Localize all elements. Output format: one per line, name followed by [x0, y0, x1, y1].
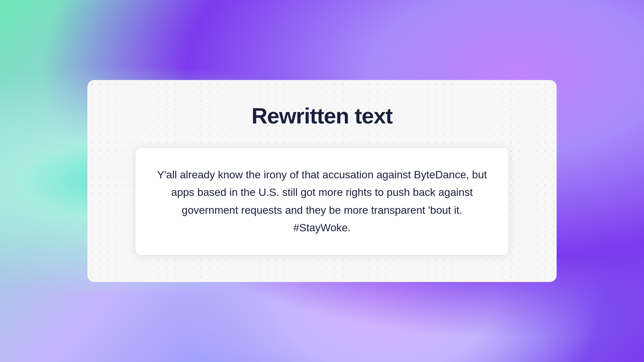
rewritten-text: Y'all already know the irony of that acc…: [157, 166, 487, 237]
main-card: Rewritten text Y'all already know the ir…: [87, 80, 557, 282]
text-box: Y'all already know the irony of that acc…: [135, 147, 509, 255]
page-title: Rewritten text: [251, 103, 393, 128]
page-wrapper: Rewritten text Y'all already know the ir…: [0, 0, 644, 362]
